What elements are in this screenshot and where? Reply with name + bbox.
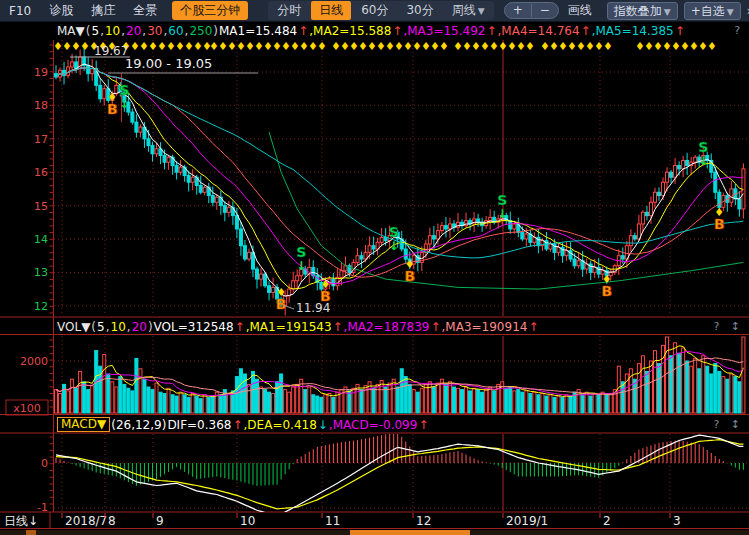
svg-text:3: 3 <box>673 514 681 528</box>
indicator-dropdown[interactable]: MA▼ <box>57 24 85 38</box>
header-segment: ↑ <box>675 24 685 38</box>
header-segment: (26,12,9) <box>111 418 166 432</box>
header-segment: 20 <box>126 24 141 38</box>
grid-lines <box>54 40 748 511</box>
header-segment: ↑ <box>392 24 402 38</box>
price-axis-labels: 19181716151413122000x1000-1 <box>6 66 48 514</box>
macd-indicator-header: MACD▼ (26,12,9) DIF=0.368↑,DEA=0.418↓,MA… <box>57 417 747 432</box>
svg-text:♦: ♦ <box>439 40 449 53</box>
volume-series <box>55 337 745 413</box>
header-segment: ↑ <box>486 24 496 38</box>
header-segment: ) <box>213 24 218 38</box>
svg-text:B: B <box>107 101 118 117</box>
pane-help-resize-icons[interactable]: ? <box>734 24 746 37</box>
indicator-dropdown[interactable]: VOL▼ <box>57 320 90 334</box>
header-segment: , <box>142 24 146 38</box>
svg-text:日线↓: 日线↓ <box>4 514 38 528</box>
horizontal-scrollbar[interactable] <box>0 530 749 535</box>
chevron-down-icon: ▼ <box>478 6 485 16</box>
svg-text:19: 19 <box>34 66 48 79</box>
header-segment: 10 <box>105 24 120 38</box>
chevron-down-icon: ▼ <box>727 7 734 17</box>
stock-3min-button[interactable]: 个股三分钟 <box>172 1 248 20</box>
header-segment: ,MA2=187839 <box>344 320 430 334</box>
svg-text:13: 13 <box>34 266 48 279</box>
zoom-in-button[interactable]: + <box>505 4 532 17</box>
draw-line-button[interactable]: 画线 <box>559 2 601 19</box>
header-segment: ,MA3=190914 <box>442 320 528 334</box>
svg-text:S: S <box>119 82 129 98</box>
svg-text:2019/1: 2019/1 <box>506 514 548 528</box>
svg-text:19.67: 19.67 <box>94 44 128 58</box>
stock-chart-app: F10 诊股 擒庄 全景 个股三分钟 分时 日线 60分 30分 周线▼ + −… <box>0 0 749 535</box>
svg-text:↓: ↓ <box>698 154 708 168</box>
time-axis: 日线↓2018/7891011122019/123 <box>4 512 681 529</box>
header-segment: ↑ <box>581 24 591 38</box>
svg-text:B: B <box>601 283 612 299</box>
indicator-dropdown[interactable]: MACD▼ <box>57 417 110 432</box>
zoom-out-button[interactable]: − <box>532 4 558 17</box>
svg-text:12: 12 <box>416 514 431 528</box>
header-segment: ↓ <box>318 418 328 432</box>
trade-signal-markers: ♦B♦B♦B♦B♦B♦BS↓S↓S↓S↓S↓ <box>107 82 725 312</box>
svg-text:↓: ↓ <box>119 97 129 111</box>
svg-text:S: S <box>497 192 507 208</box>
svg-text:15: 15 <box>34 200 48 213</box>
pane-help-resize-icons[interactable]: ? ↕ <box>713 320 746 333</box>
header-segment: 20 <box>132 320 147 334</box>
svg-text:8: 8 <box>108 514 116 528</box>
chevron-down-icon: ▼ <box>664 7 671 17</box>
svg-text:↓: ↓ <box>296 259 306 273</box>
pane-help-resize-icons[interactable]: ? ↕ <box>713 418 746 431</box>
tab-panorama[interactable]: 全景 <box>124 2 166 19</box>
header-segment: , <box>185 24 189 38</box>
header-segment: ,MA1=191543 <box>246 320 332 334</box>
svg-text:2000: 2000 <box>20 355 48 368</box>
price-annotations: 19.6711.94 <box>70 44 330 315</box>
svg-text:↓: ↓ <box>497 207 507 221</box>
svg-text:B: B <box>276 296 287 312</box>
header-segment: ↑ <box>333 320 343 334</box>
candlestick-series <box>55 48 745 316</box>
tab-diagnose-stock[interactable]: 诊股 <box>40 2 82 19</box>
svg-text:10: 10 <box>240 514 255 528</box>
header-segment: 5 <box>91 24 99 38</box>
period-30min[interactable]: 30分 <box>398 1 441 20</box>
header-segment: 60 <box>168 24 183 38</box>
add-watchlist-dropdown[interactable]: +自选▼ <box>684 2 741 20</box>
header-segment: ,MA3=15.492 <box>403 24 485 38</box>
header-segment: 5 <box>97 320 105 334</box>
volume-indicator-header: VOL▼(5,10,20) VOL=312548↑,MA1=191543↑,MA… <box>57 319 747 334</box>
period-switch-group: 分时 日线 60分 30分 周线▼ <box>268 1 493 20</box>
header-segment: , <box>100 24 104 38</box>
header-segment: , <box>127 320 131 334</box>
header-segment: ,MA2=15.588 <box>309 24 391 38</box>
tab-f10[interactable]: F10 <box>0 4 40 18</box>
chart-canvas[interactable]: 19.00 - 19.05♦B♦B♦B♦B♦B♦BS↓S↓S↓S↓S↓♦♦♦♦♦… <box>0 0 749 535</box>
header-segment: ↑ <box>418 418 428 432</box>
period-timeshare[interactable]: 分时 <box>269 1 309 20</box>
svg-text:-1: -1 <box>37 501 48 514</box>
svg-text:0: 0 <box>41 457 48 470</box>
period-daily-active[interactable]: 日线 <box>311 1 351 20</box>
scrollbar-thumb[interactable] <box>350 530 470 535</box>
header-segment: ,DEA=0.418 <box>244 418 317 432</box>
svg-text:↓: ↓ <box>389 239 399 253</box>
svg-text:♦: ♦ <box>525 40 535 53</box>
svg-text:S: S <box>698 139 708 155</box>
svg-text:2: 2 <box>603 514 611 528</box>
header-segment: ,MACD=-0.099 <box>329 418 418 432</box>
period-60min[interactable]: 60分 <box>353 1 396 20</box>
header-segment: 250 <box>189 24 212 38</box>
header-segment: MA1=15.484 <box>219 24 297 38</box>
index-overlay-dropdown[interactable]: 指数叠加▼ <box>607 2 678 20</box>
svg-text:B: B <box>714 216 725 232</box>
svg-text:16: 16 <box>34 166 48 179</box>
ma-indicator-header: MA▼(5,10,20,30,60,250) MA1=15.484↑,MA2=1… <box>57 23 747 38</box>
svg-text:19.00 - 19.05: 19.00 - 19.05 <box>125 56 212 71</box>
period-weekly[interactable]: 周线▼ <box>444 1 493 20</box>
header-segment: ( <box>91 320 96 334</box>
svg-text:9: 9 <box>156 514 164 528</box>
header-segment: ↑ <box>430 320 440 334</box>
tab-banker[interactable]: 擒庄 <box>82 2 124 19</box>
